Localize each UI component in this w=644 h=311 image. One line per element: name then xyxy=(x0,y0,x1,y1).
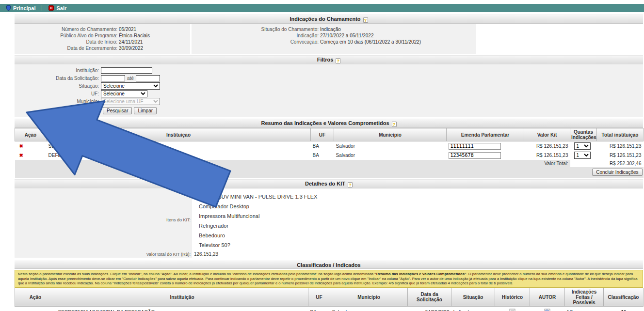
column-header-historico: Histórico xyxy=(495,288,530,306)
instructions-text: Nesta seção o parlamentar executa as sua… xyxy=(18,272,374,276)
resumo-table: Ação Instituição UF Município Emenda Par… xyxy=(15,128,644,178)
situacao-filter-label: Situação: xyxy=(15,82,101,90)
field-label: Situação do Chamamento: xyxy=(193,26,319,32)
convocacao-value: Começa em 10 dias (06/11/2022 a 30/11/20… xyxy=(320,39,421,45)
data-encerramento-value: 30/09/2022 xyxy=(119,45,143,51)
classificados-header-row: Ação Instituição UF Município Data da So… xyxy=(15,288,644,306)
column-header-classificacao: Classificação xyxy=(604,288,644,306)
classificados-table: Ação Instituição UF Município Data da So… xyxy=(15,288,644,311)
table-row: ✖ SECRETARIA MUNICIPAL DA REPARAÇÃO BA S… xyxy=(15,141,644,151)
emenda-input[interactable] xyxy=(449,152,501,159)
situacao-select[interactable]: Selecione xyxy=(101,82,160,90)
column-header-valor-kit: Valor Kit xyxy=(524,128,570,141)
cell-instituicao: SECRETARIA MUNICIPAL DA REPARAÇÃO xyxy=(56,306,308,311)
cell-municipio: Salvador xyxy=(330,306,408,311)
delete-x-icon[interactable]: ✖ xyxy=(17,153,23,158)
concluir-row: Concluir Indicações xyxy=(15,167,644,178)
menu-item-principal[interactable]: Principal xyxy=(0,4,42,12)
list-item: Refrigerador xyxy=(199,221,643,231)
help-icon[interactable]: ? xyxy=(363,17,368,23)
cell-municipio: Salvador xyxy=(334,151,447,160)
top-menu-bar: Principal Sair xyxy=(0,4,644,12)
table-row: ✖ DEFENSORIA PÚBLICA DO ESTADO DA BAHIA … xyxy=(15,151,644,160)
menu-item-sair[interactable]: Sair xyxy=(42,4,73,12)
section-header-resumo: Resumo das Indicações e Valores Comprome… xyxy=(15,119,643,128)
kit-valor-total-label: Valor total do KIT (R$): xyxy=(15,251,192,258)
pesquisar-button[interactable]: Pesquisar xyxy=(103,107,132,114)
chamamento-info-panel: Número do Chamamento:05/2021 Público Alv… xyxy=(15,24,643,54)
cell-total-instituicao: R$ 126.151,23 xyxy=(597,141,644,151)
column-header-instituicao: Instituição xyxy=(56,288,308,306)
help-icon[interactable]: ? xyxy=(336,58,340,63)
column-header-instituicao: Instituição xyxy=(47,128,311,141)
field-label: Data de Encerramento: xyxy=(16,45,117,51)
column-header-uf: UF xyxy=(308,288,330,306)
magnifier-icon[interactable] xyxy=(544,309,550,311)
section-header-chamamento: Indicações do Chamamento? xyxy=(15,15,643,24)
itens-kit-label: Itens do KIT: xyxy=(15,189,192,251)
table-row: SECRETARIA MUNICIPAL DA REPARAÇÃO BA Sal… xyxy=(15,306,644,311)
situacao-chamamento-value: Indicação xyxy=(320,26,341,32)
field-label: Público Alvo do Programa: xyxy=(16,32,117,39)
kit-title: Detalhes do KIT xyxy=(305,181,345,187)
column-header-acao: Ação xyxy=(15,288,56,306)
quantas-select[interactable]: 1 xyxy=(574,142,591,150)
shield-icon xyxy=(6,5,11,11)
menu-principal-label: Principal xyxy=(13,5,35,11)
cell-uf: BA xyxy=(311,151,334,160)
quantas-select[interactable]: 1 xyxy=(574,152,591,159)
numero-chamamento-value: 05/2021 xyxy=(119,26,136,32)
cell-valor-kit: R$ 126.151,23 xyxy=(524,141,570,151)
list-item: Veículo SUV MINI VAN - PULSE DRIVE 1.3 F… xyxy=(199,192,643,202)
list-item: Impressora Multifuncional xyxy=(199,211,643,221)
concluir-indicacoes-button[interactable]: Concluir Indicações xyxy=(592,169,642,176)
limpar-button[interactable]: Limpar xyxy=(134,107,157,114)
help-icon[interactable]: ? xyxy=(348,182,353,187)
cell-instituicao: DEFENSORIA PÚBLICA DO ESTADO DA BAHIA xyxy=(47,151,311,160)
column-header-municipio: Município xyxy=(334,128,447,141)
field-label: Número do Chamamento: xyxy=(16,26,117,32)
indicacao-periodo-value: 27/10/2022 a 05/11/2022 xyxy=(320,32,373,39)
uf-select[interactable]: Selecione xyxy=(101,90,147,97)
document-icon[interactable] xyxy=(509,309,515,311)
filter-panel: Instituição: Data da Solicitação: até Si… xyxy=(15,65,643,117)
classificados-title: Classificados / Indicados xyxy=(297,262,360,268)
instructions-box: Nesta seção o parlamentar executa as sua… xyxy=(15,270,643,288)
cell-feitas-possiveis: 1/1 xyxy=(565,306,604,311)
chamamento-info-right: Situação do Chamamento:Indicação Indicaç… xyxy=(192,24,476,54)
cell-data-solicitacao: 04/02/2022 xyxy=(408,306,451,311)
column-header-uf: UF xyxy=(311,128,334,141)
list-item: Computador Desktop xyxy=(199,202,643,211)
column-header-autor: AUTOR xyxy=(530,288,565,306)
filtros-title: Filtros xyxy=(317,57,334,62)
municipio-select[interactable]: Selecione uma UF xyxy=(101,98,160,105)
column-header-feitas-possiveis: Indicações Feitas / Possíveis xyxy=(565,288,604,306)
list-item: Televisor 50? xyxy=(199,240,643,250)
kit-valor-total-value: 126.151,23 xyxy=(192,251,643,258)
cell-instituicao: SECRETARIA MUNICIPAL DA REPARAÇÃO xyxy=(47,141,311,151)
help-icon[interactable]: ? xyxy=(392,122,397,127)
instituicao-input[interactable] xyxy=(101,67,152,74)
emenda-input[interactable] xyxy=(449,143,501,150)
cell-classificacao: 1º xyxy=(604,306,644,311)
cell-total-instituicao: R$ 126.151,23 xyxy=(597,151,644,160)
data-inicio-value: 24/11/2021 xyxy=(119,39,143,45)
cell-situacao: Indicado xyxy=(451,306,495,311)
main-content: Indicações do Chamamento? Número do Cham… xyxy=(15,13,643,311)
kit-items-list: Veículo SUV MINI VAN - PULSE DRIVE 1.3 F… xyxy=(192,189,643,251)
data-fim-input[interactable] xyxy=(136,75,160,81)
publico-alvo-value: Étnico-Raciais xyxy=(119,32,150,39)
municipio-filter-label: Município: xyxy=(15,98,101,105)
column-header-acao: Ação xyxy=(15,128,47,141)
section-header-classificados: Classificados / Indicados xyxy=(15,261,643,269)
instituicao-filter-label: Instituição: xyxy=(15,67,101,74)
data-solicitacao-filter-label: Data da Solicitação: xyxy=(15,75,101,82)
delete-x-icon[interactable]: ✖ xyxy=(17,143,23,149)
data-inicio-input[interactable] xyxy=(101,75,125,81)
valor-total-label: Valor Total: xyxy=(447,160,570,167)
valor-total-row: Valor Total: R$ 252.302,46 xyxy=(15,160,644,167)
cell-uf: BA xyxy=(311,141,334,151)
ate-label: até xyxy=(127,75,134,82)
column-header-situacao: Situação xyxy=(451,288,495,306)
section-header-kit: Detalhes do KIT? xyxy=(15,179,643,188)
